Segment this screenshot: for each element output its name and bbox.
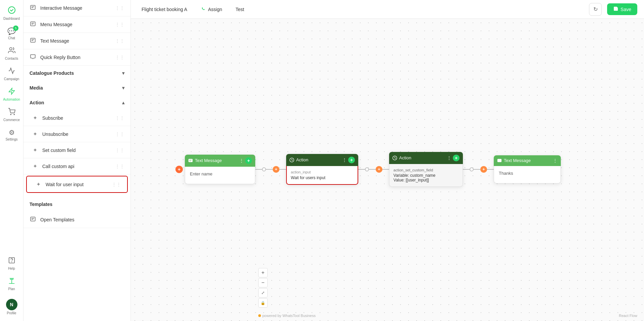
- add-button-connector-3[interactable]: +: [480, 166, 487, 172]
- nav-item-help[interactable]: Help: [2, 254, 22, 273]
- sidebar-item-text-message[interactable]: Text Message ⋮⋮: [23, 33, 130, 49]
- sidebar-item-wait-for-user-input-wrapper: ✦ Wait for user input ⋮⋮: [26, 176, 128, 193]
- node-text-message-4[interactable]: Text Message ⋮ Thanks: [494, 155, 561, 183]
- sidebar-label-set-custom-field: Set custom field: [42, 148, 76, 153]
- drag-handle-wait-for-user-input[interactable]: ⋮⋮: [112, 182, 121, 187]
- sidebar-label-unsubscribe: Unsubscribe: [42, 131, 68, 137]
- save-button[interactable]: Save: [607, 3, 637, 15]
- node2-body-label: action_input: [291, 170, 354, 174]
- sidebar-item-wait-for-user-input[interactable]: ✦ Wait for user input ⋮⋮: [27, 176, 127, 192]
- fit-view-button[interactable]: ⤢: [258, 288, 268, 298]
- node1-body: Enter name: [185, 166, 255, 184]
- nav-item-campaign[interactable]: Campaign: [2, 64, 22, 84]
- menu-message-icon: [30, 21, 36, 28]
- sidebar-item-set-custom-field[interactable]: ✦ Set custom field ⋮⋮: [23, 142, 130, 158]
- svg-rect-24: [497, 159, 501, 162]
- add-button-start[interactable]: +: [175, 165, 183, 173]
- sidebar-item-subscribe[interactable]: ✦ Subscribe ⋮⋮: [23, 110, 130, 126]
- automation-icon: [8, 88, 15, 97]
- node4-menu-btn[interactable]: ⋮: [553, 158, 557, 163]
- drag-handle-subscribe[interactable]: ⋮⋮: [115, 115, 124, 121]
- tab-flight-ticket[interactable]: Flight ticket booking A: [138, 4, 191, 15]
- nav-item-chat[interactable]: 💬 5 Chat: [2, 24, 22, 43]
- sidebar-section-catalogue[interactable]: Catalogue Products ▾: [23, 66, 130, 81]
- add-button-connector-2[interactable]: +: [376, 166, 382, 172]
- nav-label-help: Help: [8, 267, 15, 270]
- nav-label-automation: Automation: [3, 98, 20, 101]
- watermark-dot: [258, 314, 261, 317]
- node2-body-text: Wait for users input: [291, 175, 354, 180]
- dashboard-icon: [8, 6, 16, 16]
- drag-handle-text-message[interactable]: ⋮⋮: [115, 38, 124, 44]
- set-custom-field-icon: ✦: [32, 147, 38, 153]
- svg-rect-19: [189, 159, 193, 162]
- canvas[interactable]: + Text Message ⋮ +: [131, 19, 644, 321]
- node3-body: action_set_custom_field Variable: custom…: [389, 164, 463, 186]
- drag-handle-interactive-message[interactable]: ⋮⋮: [115, 5, 124, 11]
- nav-item-automation[interactable]: Automation: [2, 85, 22, 104]
- top-bar: Flight ticket booking A Assign Test ↻: [131, 0, 644, 19]
- sidebar-item-interactive-message[interactable]: Interactive Message ⋮⋮: [23, 0, 130, 16]
- node4-header: Text Message ⋮: [494, 155, 561, 166]
- node-text-message-1[interactable]: Text Message ⋮ + Enter name: [185, 154, 255, 184]
- node1-menu-btn[interactable]: ⋮: [239, 158, 244, 163]
- refresh-button[interactable]: ↻: [589, 3, 602, 16]
- svg-point-6: [11, 262, 12, 262]
- profile-avatar: N: [6, 299, 17, 310]
- text-message-sidebar-icon: [30, 38, 36, 44]
- chevron-action: ▴: [122, 100, 124, 105]
- interactive-message-icon: [30, 5, 36, 11]
- drag-handle-unsubscribe[interactable]: ⋮⋮: [115, 131, 124, 137]
- sidebar-section-templates-label: Templates: [30, 202, 52, 207]
- node-action-3[interactable]: Action ⋮ + action_set_custom_field Varia…: [389, 152, 463, 186]
- contacts-icon: [8, 47, 15, 56]
- sidebar-item-quick-reply[interactable]: Quick Reply Button ⋮⋮: [23, 49, 130, 66]
- drag-handle-set-custom-field[interactable]: ⋮⋮: [115, 148, 124, 153]
- drag-handle-menu-message[interactable]: ⋮⋮: [115, 22, 124, 27]
- svg-rect-16: [31, 217, 35, 221]
- sidebar-item-unsubscribe[interactable]: ✦ Unsubscribe ⋮⋮: [23, 126, 130, 142]
- watermark-text: powered by WhatsTool Business: [262, 314, 316, 318]
- nav-item-plan[interactable]: Plan: [2, 274, 22, 293]
- sidebar-item-open-templates[interactable]: Open Templates: [23, 212, 130, 228]
- nav-label-profile: Profile: [7, 311, 16, 315]
- sidebar-section-media[interactable]: Media ▾: [23, 81, 130, 95]
- nav-item-dashboard[interactable]: Dashboard: [2, 3, 22, 23]
- help-icon: [8, 257, 15, 266]
- node2-add-btn[interactable]: +: [348, 156, 355, 163]
- sidebar-label-wait-for-user-input: Wait for user input: [46, 182, 84, 187]
- node3-body-label: action_set_custom_field: [393, 168, 459, 172]
- drag-handle-call-custom-api[interactable]: ⋮⋮: [115, 164, 124, 169]
- nav-item-profile[interactable]: N Profile: [2, 296, 22, 318]
- svg-rect-7: [31, 5, 35, 9]
- node-action-2[interactable]: Action ⋮ + action_input Wait for users i…: [286, 154, 358, 184]
- node2-menu-btn[interactable]: ⋮: [342, 157, 347, 162]
- drag-handle-quick-reply[interactable]: ⋮⋮: [115, 55, 124, 60]
- nav-item-contacts[interactable]: Contacts: [2, 44, 22, 63]
- node1-add-btn[interactable]: +: [245, 157, 252, 164]
- svg-point-1: [9, 48, 12, 50]
- sidebar-section-action-label: Action: [30, 100, 44, 105]
- save-icon: [613, 6, 619, 12]
- node2-header: Action ⋮ +: [286, 154, 358, 166]
- subscribe-icon: ✦: [32, 115, 38, 121]
- nav-item-commerce[interactable]: Commerce: [2, 105, 22, 124]
- sidebar-item-menu-message[interactable]: Menu Message ⋮⋮: [23, 16, 130, 33]
- node1-body-text: Enter name: [190, 171, 212, 176]
- whatsapp-icon: [201, 6, 206, 12]
- tab-assign[interactable]: Assign: [197, 3, 226, 15]
- tab-test[interactable]: Test: [231, 4, 248, 15]
- sidebar-label-interactive-message: Interactive Message: [40, 5, 82, 11]
- node3-add-btn[interactable]: +: [453, 154, 460, 161]
- lock-button[interactable]: 🔒: [258, 298, 268, 308]
- nav-item-settings[interactable]: ⚙ Settings: [2, 126, 22, 144]
- sidebar-label-open-templates: Open Templates: [40, 217, 74, 222]
- sidebar-section-action[interactable]: Action ▴: [23, 95, 130, 110]
- open-templates-icon: [30, 216, 36, 223]
- add-button-connector-1[interactable]: +: [273, 166, 279, 172]
- sidebar-item-call-custom-api[interactable]: ✦ Call custom api ⋮⋮: [23, 158, 130, 174]
- node3-menu-btn[interactable]: ⋮: [447, 155, 451, 160]
- node4-body: Thanks: [494, 166, 561, 183]
- zoom-out-button[interactable]: −: [258, 278, 268, 287]
- zoom-in-button[interactable]: +: [258, 268, 268, 277]
